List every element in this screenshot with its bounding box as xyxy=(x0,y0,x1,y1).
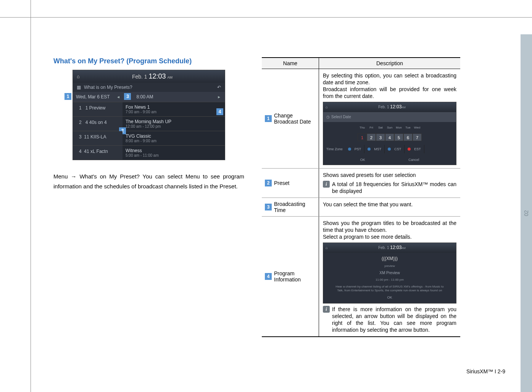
program-title: Witness xyxy=(126,148,222,153)
body-pre: Menu xyxy=(53,173,71,180)
nav-right-icon: ▸ xyxy=(213,94,225,100)
crop-mark-top xyxy=(0,17,532,18)
radio-icon xyxy=(388,148,391,151)
program-title: Fox News 1 xyxy=(126,104,222,110)
xm-logo-sub: preview xyxy=(329,263,450,270)
detail-time: 11:00 pm - 11:00 pm xyxy=(329,276,450,283)
table-row: 4 Program Information Shows you the prog… xyxy=(262,217,460,336)
row-idx: 1 xyxy=(79,105,82,111)
iss-timezone: Time Zone PST MST CST EST xyxy=(323,143,456,155)
program-cell: 4 Fox News 1 7:00 am - 9:00 am xyxy=(123,102,225,116)
radio-icon xyxy=(368,148,371,151)
row-name-cell: 4 Program Information xyxy=(262,217,319,336)
cancel-label: Cancel xyxy=(408,156,419,163)
description-table: Name Description 1 Change Broadcast Date… xyxy=(262,57,460,337)
table-row: 1 Change Broadcast Date By selecting thi… xyxy=(262,69,460,169)
day-label: Tue xyxy=(403,124,413,131)
section-heading: What's on My Preset? (Program Schedule) xyxy=(53,57,244,65)
tz-opt: MST xyxy=(364,145,385,153)
day-num: 2 xyxy=(367,133,376,141)
row-desc: By selecting this option, you can select… xyxy=(323,72,456,99)
day-num: 3 xyxy=(376,133,385,141)
iss-date: Feb. 1 12:03AM xyxy=(330,244,454,252)
program-detail-screenshot: ⌂ Feb. 1 12:03AM (((XM))) preview XM Pre… xyxy=(323,243,456,304)
home-icon: ⌂ xyxy=(326,104,328,111)
row-desc-cell: Shows you the program titles to be broad… xyxy=(319,217,460,336)
radio-icon xyxy=(348,148,351,151)
row-desc: You can select the time that you want. xyxy=(323,201,413,207)
channel-name: 41 xL Factn xyxy=(84,149,108,154)
row-name: Broadcasting Time xyxy=(274,201,316,213)
iss-date: Feb. 1 12:03AM xyxy=(330,103,454,111)
day-label: Mon xyxy=(394,124,403,131)
row-desc: Shows you the program titles to be broad… xyxy=(323,220,456,240)
channel-cell: 3 11 KIIS-LA xyxy=(73,131,123,145)
program-schedule-screenshot: ⌂ Feb. 1 12:03 AM ▦ What is on My Preset… xyxy=(73,70,225,160)
info-icon: i xyxy=(323,306,330,313)
body-post: What's on My Preset? You can select Menu… xyxy=(53,173,244,190)
program-slot: 5:00 am - 11:00 am xyxy=(126,153,222,157)
crop-mark-left xyxy=(31,0,31,392)
day-num: 7 xyxy=(413,133,422,141)
row-idx: 3 xyxy=(79,134,82,140)
channel-cell: 2 4 40s on 4 2 xyxy=(73,117,123,131)
program-row: 3 11 KIIS-LA TVG Classic 8:00 am - 9:00 … xyxy=(73,131,225,145)
body-paragraph: Menu → What's on My Preset? You can sele… xyxy=(53,172,244,191)
program-row: 4 41 xL Factn Witness 5:00 am - 11:00 am xyxy=(73,145,225,160)
xm-logo: (((XM))) xyxy=(329,255,450,262)
row-name-cell: 3 Broadcasting Time xyxy=(262,198,319,216)
ss-subtitle-row: ▦ What is on My Presets? ↶ xyxy=(73,83,225,92)
section-tab: 02 xyxy=(521,34,532,392)
radio-icon xyxy=(408,148,411,151)
table-header: Name Description xyxy=(262,58,460,69)
info-text: If there is more information on the prog… xyxy=(332,306,456,333)
row-desc-cell: Shows saved presets for user selection i… xyxy=(319,169,460,198)
program-detail-body: (((XM))) preview XM Preview 11:00 pm - 1… xyxy=(323,253,456,303)
info-note: i A total of 18 frequencies for SiriusXM… xyxy=(323,181,456,194)
page-footer: SiriusXM™ I 2-9 xyxy=(466,368,505,374)
row-desc-cell: By selecting this option, you can select… xyxy=(319,69,460,168)
channel-name: 4 40s on 4 xyxy=(85,120,107,125)
row-name: Preset xyxy=(274,180,289,186)
ss-ampm: AM xyxy=(167,76,172,79)
nav-time-text: 8:00 AM xyxy=(136,94,153,100)
callout-1: 1 xyxy=(64,93,71,100)
ok-label: OK xyxy=(329,294,450,301)
channel-cell: 1 1 Preview xyxy=(73,102,123,116)
num-badge: 4 xyxy=(265,273,272,280)
row-desc: Shows saved presets for user selection xyxy=(323,172,416,178)
day-label: Fri xyxy=(367,124,376,131)
date-select-screenshot: ⌂ Feb. 1 12:03AM ◷Select Date Thu Fri Sa… xyxy=(323,102,456,165)
num-badge: 3 xyxy=(265,204,272,210)
channel-name: 11 KIIS-LA xyxy=(84,134,106,140)
table-row: 3 Broadcasting Time You can select the t… xyxy=(262,198,460,217)
program-cell: The Morning Mash UP 12:00 am - 12:00 pm xyxy=(123,117,225,131)
channel-cell: 4 41 xL Factn xyxy=(73,146,123,160)
table-row: 2 Preset Shows saved presets for user se… xyxy=(262,169,460,198)
row-name: Program Information xyxy=(274,270,316,283)
ss-time: 12:03 xyxy=(149,72,166,80)
day-label: Sun xyxy=(385,124,394,131)
iss-nums: 1 2 3 4 5 6 7 xyxy=(323,133,456,143)
tz-opt: PST xyxy=(345,145,365,153)
callout-4: 4 xyxy=(216,108,223,115)
day-num: 4 xyxy=(385,133,394,141)
ss-nav-time: 3 8:00 AM xyxy=(124,92,213,102)
ss-subtitle: What is on My Presets? xyxy=(84,85,132,90)
info-icon: i xyxy=(323,181,330,188)
day-num: 6 xyxy=(403,133,413,141)
detail-title: XM Preview xyxy=(329,270,450,276)
nav-left-icon: ◂ xyxy=(113,94,124,100)
iss-days: Thu Fri Sat Sun Mon Tue Wed xyxy=(323,122,456,133)
day-num: 1 xyxy=(358,133,367,141)
row-desc-cell: You can select the time that you want. xyxy=(319,198,460,216)
back-icon: ↶ xyxy=(217,85,221,90)
iss-header: ⌂ Feb. 1 12:03AM xyxy=(323,102,456,112)
program-cell: TVG Classic 8:00 am - 9:00 am xyxy=(123,131,225,145)
section-tab-label: 02 xyxy=(523,210,529,216)
callout-3: 3 xyxy=(124,93,131,100)
home-icon: ⌂ xyxy=(77,74,80,79)
program-cell: Witness 5:00 am - 11:00 am xyxy=(123,146,225,160)
day-label: Thu xyxy=(358,124,367,131)
left-column: What's on My Preset? (Program Schedule) … xyxy=(53,57,244,379)
